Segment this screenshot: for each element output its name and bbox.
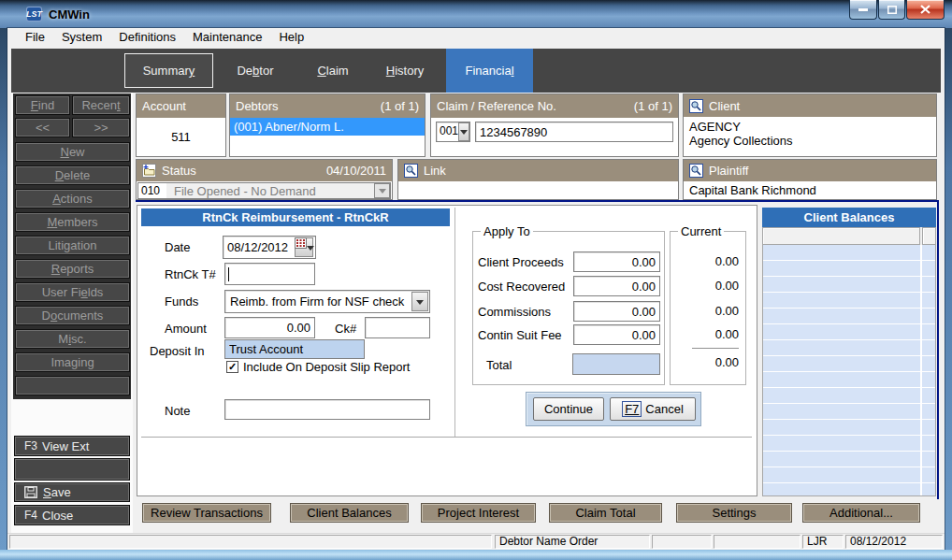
sidebar-item-documents[interactable]: Documents [15, 306, 130, 325]
balances-column-header[interactable] [762, 227, 920, 245]
sidebar-item-delete[interactable]: Delete [15, 165, 130, 185]
menu-item-file[interactable]: File [17, 28, 53, 47]
misc-label: Misc. [58, 332, 86, 346]
current-contin-suit-fee: 0.00 [679, 327, 739, 341]
calendar-icon [295, 237, 307, 249]
apply-contin-suit-fee-input[interactable] [574, 325, 659, 344]
find-button[interactable]: Find [15, 95, 70, 115]
continue-button[interactable]: Continue [533, 397, 604, 421]
tab-financial[interactable]: Financial [446, 49, 533, 93]
cancel-button[interactable]: F7 Cancel [610, 397, 696, 421]
deposit-input[interactable] [225, 340, 364, 358]
amount-input[interactable] [225, 318, 314, 337]
debtors-listbox[interactable]: (001) Abner/Norm L. [230, 118, 425, 156]
tab-claim[interactable]: Claim [297, 53, 368, 88]
divider-navy-top [136, 200, 939, 202]
menu-item-maintenance[interactable]: Maintenance [184, 28, 270, 47]
client-panel: Client AGENCY Agency Collections [683, 93, 937, 157]
sidebar-item-reports[interactable]: Reports [15, 259, 130, 279]
view-ext-fkey: F3 [24, 439, 37, 452]
balances-grid[interactable] [762, 245, 936, 496]
save-button[interactable]: Save [14, 482, 130, 502]
debtor-list-item[interactable]: (001) Abner/Norm L. [230, 118, 425, 136]
minimize-button[interactable] [849, 0, 877, 20]
sidebar-item-user-fields[interactable]: User Fields [15, 282, 130, 302]
menu-item-help[interactable]: Help [270, 28, 312, 47]
claim-seq-combo[interactable]: 001 [436, 122, 470, 142]
view-ext-button[interactable]: F3 View Ext [14, 436, 130, 456]
claim-seq-dropdown-icon[interactable] [458, 122, 469, 141]
minimize-icon [858, 8, 868, 11]
balances-column-header-2[interactable] [922, 227, 936, 245]
date-input[interactable] [224, 237, 295, 258]
sidebar-item-misc[interactable]: Misc. [15, 329, 130, 349]
client-lookup-icon[interactable] [689, 99, 703, 113]
link-lookup-icon[interactable] [404, 164, 418, 178]
litigation-label: Litigation [48, 238, 96, 252]
note-label: Note [165, 400, 190, 423]
plaintiff-header: Plaintiff [684, 160, 936, 181]
statusbar-order-cell: Debtor Name Order [495, 535, 650, 549]
link-panel: Link [397, 159, 679, 200]
maximize-button[interactable] [878, 0, 905, 20]
settings-button[interactable]: Settings [676, 503, 792, 523]
sidebar-item-new[interactable]: New [15, 142, 130, 162]
funds-dropdown-icon[interactable] [411, 292, 428, 311]
plaintiff-name: Capital Bank Richmond [684, 181, 936, 199]
status-dropdown-icon [374, 183, 390, 198]
recent-button[interactable]: Recent [72, 95, 130, 115]
plaintiff-lookup-icon[interactable] [689, 164, 703, 178]
claim-header-label: Claim / Reference No. [437, 99, 556, 113]
tab-summary[interactable]: Summary [124, 53, 213, 88]
title-bar[interactable] [0, 0, 952, 28]
project-interest-button[interactable]: Project Interest [421, 503, 536, 523]
previous-record-button[interactable]: << [15, 118, 70, 137]
funds-select[interactable]: Reimb. from Firm for NSF check [224, 290, 430, 313]
reference-input[interactable] [476, 122, 672, 141]
menu-item-system[interactable]: System [53, 28, 110, 47]
cancel-label: Cancel [645, 402, 683, 416]
close-record-button[interactable]: F4 Close [14, 505, 130, 525]
save-label: Save [43, 485, 71, 499]
sidebar-item-imaging[interactable]: Imaging [15, 352, 130, 372]
calendar-button[interactable] [295, 237, 313, 257]
apply-cost-recovered-label: Cost Recovered [478, 276, 565, 298]
rtnck-field [224, 263, 315, 285]
window-bottom-edge [0, 550, 952, 560]
account-header: Account [137, 94, 225, 118]
deposit-slip-checkbox[interactable]: ✓ [226, 361, 238, 373]
floppy-icon [24, 486, 37, 498]
sidebar-item-litigation[interactable]: Litigation [15, 236, 130, 255]
client-balances-button[interactable]: Client Balances [290, 503, 409, 523]
sidebar-item-members[interactable]: Members [15, 212, 130, 232]
apply-client-proceeds-input[interactable] [574, 252, 659, 271]
tab-history[interactable]: History [370, 53, 440, 88]
ck-field [365, 317, 430, 338]
claim-total-button[interactable]: Claim Total [549, 503, 662, 523]
divider-horizontal [141, 437, 752, 438]
ck-input[interactable] [366, 318, 429, 337]
deposit-field [224, 339, 365, 359]
link-header-label: Link [424, 164, 446, 178]
rtnck-input[interactable] [229, 264, 314, 284]
sidebar-item-actions[interactable]: Actions [15, 189, 130, 208]
review-transactions-button[interactable]: Review Transactions [142, 503, 271, 523]
members-label: Members [47, 215, 97, 229]
menu-item-definitions[interactable]: Definitions [110, 28, 184, 47]
next-record-button[interactable]: >> [72, 118, 130, 137]
apply-commissions-input[interactable] [574, 302, 659, 321]
additional-button[interactable]: Additional... [802, 503, 920, 523]
apply-total-label: Total [486, 354, 512, 377]
apply-total-input[interactable] [573, 354, 659, 374]
date-label: Date [165, 237, 190, 259]
apply-contin-suit-fee-label: Contin Suit Fee [478, 324, 562, 347]
amount-label: Amount [165, 318, 207, 340]
apply-cost-recovered-input[interactable] [574, 277, 659, 295]
note-input[interactable] [225, 400, 429, 419]
close-button[interactable] [906, 0, 945, 20]
divider-vertical [454, 208, 455, 437]
status-date: 04/10/2011 [326, 164, 386, 178]
apply-commissions-label: Commissions [478, 301, 551, 323]
status-folder-icon[interactable] [142, 164, 156, 178]
tab-debtor[interactable]: Debtor [217, 53, 294, 88]
